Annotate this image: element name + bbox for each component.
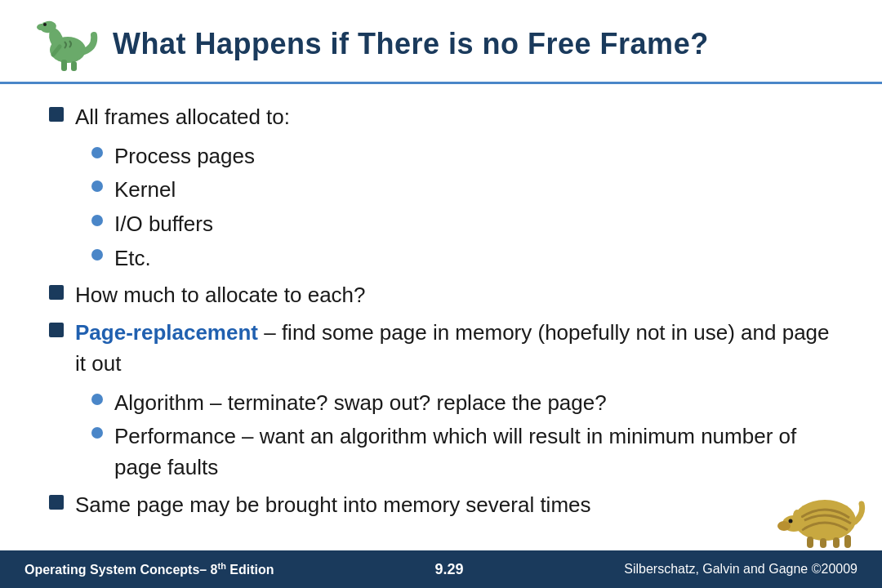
footer-copyright: Silberschatz, Galvin and Gagne ©20009 bbox=[624, 562, 858, 577]
bullet-2: How much to allocate to each? bbox=[49, 280, 833, 311]
bullet-3-block: Page-replacement – find some page in mem… bbox=[49, 318, 833, 483]
bullet-1: All frames allocated to: bbox=[49, 102, 833, 133]
bullet-4-square bbox=[49, 495, 64, 510]
sub-bullet-5 bbox=[91, 394, 103, 405]
slide: What Happens if There is no Free Frame? … bbox=[0, 0, 882, 588]
bullet-3: Page-replacement – find some page in mem… bbox=[49, 318, 833, 379]
footer-page-number: 9.29 bbox=[434, 561, 463, 578]
sub-bullet-1 bbox=[91, 147, 103, 158]
svg-rect-6 bbox=[71, 61, 77, 71]
bullet-2-square bbox=[49, 285, 64, 300]
svg-point-10 bbox=[777, 521, 791, 531]
slide-header: What Happens if There is no Free Frame? bbox=[0, 0, 882, 84]
sub-text-6: Performance – want an algorithm which wi… bbox=[114, 421, 833, 483]
footer-sup: th bbox=[218, 561, 226, 571]
sub-item-4: Etc. bbox=[91, 243, 833, 274]
svg-rect-13 bbox=[807, 537, 813, 548]
sub-item-5: Algorithm – terminate? swap out? replace… bbox=[91, 388, 833, 419]
sub-bullet-3 bbox=[91, 215, 103, 226]
bullet-1-text: All frames allocated to: bbox=[75, 102, 290, 133]
bullet-4: Same page may be brought into memory sev… bbox=[49, 490, 833, 521]
svg-point-4 bbox=[43, 23, 47, 26]
bullet-1-block: All frames allocated to: Process pages K… bbox=[49, 102, 833, 274]
slide-footer: Operating System Concepts– 8th Edition 9… bbox=[0, 550, 882, 588]
slide-content: All frames allocated to: Process pages K… bbox=[0, 84, 882, 535]
sub-text-2: Kernel bbox=[114, 175, 176, 206]
bullet-2-text: How much to allocate to each? bbox=[75, 280, 366, 311]
sub-text-5: Algorithm – terminate? swap out? replace… bbox=[114, 388, 607, 419]
sub-bullet-6 bbox=[91, 427, 103, 439]
sub-item-6: Performance – want an algorithm which wi… bbox=[91, 421, 833, 483]
svg-rect-16 bbox=[844, 535, 851, 548]
bullet-3-sublist: Algorithm – terminate? swap out? replace… bbox=[91, 388, 833, 483]
svg-point-12 bbox=[793, 510, 801, 523]
footer-edition: Operating System Concepts– 8th Edition bbox=[24, 561, 274, 577]
footer-dino-icon bbox=[776, 473, 866, 550]
page-replacement-highlight: Page-replacement bbox=[75, 320, 258, 345]
sub-bullet-2 bbox=[91, 180, 103, 192]
bullet-3-text: Page-replacement – find some page in mem… bbox=[75, 318, 833, 379]
sub-item-3: I/O buffers bbox=[91, 209, 833, 240]
sub-text-1: Process pages bbox=[114, 141, 255, 172]
footer-left-suffix: Edition bbox=[226, 563, 274, 577]
header-dino-icon bbox=[33, 15, 98, 74]
bullet-3-square bbox=[49, 323, 64, 337]
sub-item-2: Kernel bbox=[91, 175, 833, 206]
sub-text-3: I/O buffers bbox=[114, 209, 213, 240]
sub-item-1: Process pages bbox=[91, 141, 833, 172]
svg-rect-5 bbox=[61, 60, 67, 71]
svg-point-11 bbox=[789, 519, 793, 523]
footer-left-text: Operating System Concepts– 8 bbox=[24, 563, 218, 577]
bullet-4-text: Same page may be brought into memory sev… bbox=[75, 490, 591, 521]
svg-rect-15 bbox=[833, 537, 840, 548]
slide-title: What Happens if There is no Free Frame? bbox=[113, 27, 709, 61]
bullet-1-sublist: Process pages Kernel I/O buffers Etc. bbox=[91, 141, 833, 274]
svg-rect-14 bbox=[820, 538, 826, 548]
bullet-1-square bbox=[49, 107, 64, 122]
sub-text-4: Etc. bbox=[114, 243, 151, 274]
sub-bullet-4 bbox=[91, 249, 103, 261]
